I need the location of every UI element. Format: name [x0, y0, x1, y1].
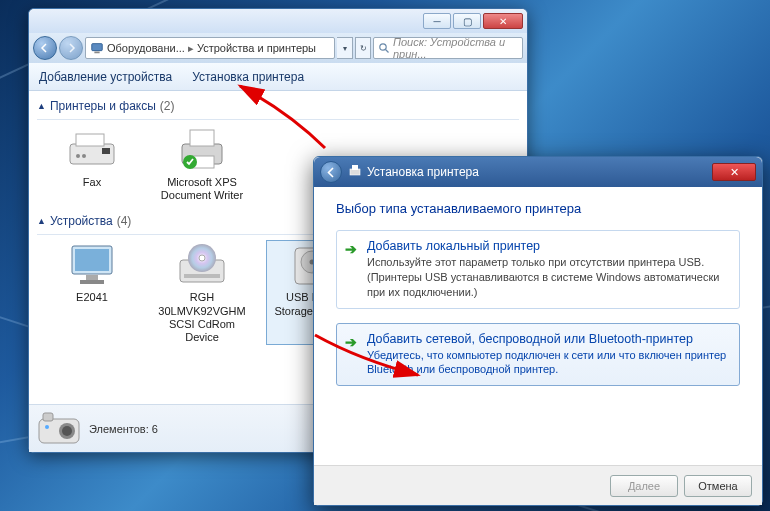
add-printer-wizard-window: Установка принтера ✕ Выбор типа устанавл…: [313, 156, 763, 506]
svg-rect-1: [94, 52, 99, 54]
option-title: Добавить сетевой, беспроводной или Bluet…: [367, 332, 729, 346]
svg-rect-0: [92, 44, 103, 51]
breadcrumb-part[interactable]: Оборудовани...: [107, 42, 185, 54]
svg-rect-5: [76, 134, 104, 146]
install-printer-button[interactable]: Установка принтера: [182, 63, 314, 90]
collapse-icon: ▲: [37, 216, 46, 226]
arrow-right-icon: [66, 43, 76, 53]
breadcrumb[interactable]: Оборудовани... ▸ Устройства и принтеры: [85, 37, 335, 59]
toolbar-label: Установка принтера: [192, 70, 304, 84]
device-label: RGH 30LMVK92VGHM SCSI CdRom Device: [157, 291, 247, 344]
search-input[interactable]: Поиск: Устройства и прин...: [373, 37, 523, 59]
svg-rect-15: [86, 275, 98, 280]
toolbar: Добавление устройства Установка принтера: [29, 63, 527, 91]
add-device-button[interactable]: Добавление устройства: [29, 63, 182, 90]
device-xps-writer[interactable]: Microsoft XPS Document Writer: [157, 126, 247, 202]
printer-icon: [348, 164, 362, 181]
svg-rect-18: [184, 274, 220, 278]
search-icon: [378, 42, 390, 54]
minimize-button[interactable]: ─: [423, 13, 451, 29]
close-button[interactable]: ✕: [483, 13, 523, 29]
monitor-icon: [64, 241, 120, 289]
svg-point-2: [380, 44, 386, 50]
option-add-network-printer[interactable]: ➔ Добавить сетевой, беспроводной или Blu…: [336, 323, 740, 387]
svg-point-20: [199, 255, 205, 261]
svg-rect-28: [43, 413, 53, 421]
fax-icon: [64, 126, 120, 174]
nav-back-button[interactable]: [33, 36, 57, 60]
svg-point-7: [76, 154, 80, 158]
printer-icon: [174, 126, 230, 174]
close-button[interactable]: ✕: [712, 163, 756, 181]
cancel-button[interactable]: Отмена: [684, 475, 752, 497]
svg-rect-10: [190, 130, 214, 146]
svg-rect-31: [352, 165, 358, 170]
address-bar: Оборудовани... ▸ Устройства и принтеры ▾…: [29, 33, 527, 63]
svg-point-8: [82, 154, 86, 158]
divider: [37, 119, 519, 120]
wizard-body: Выбор типа устанавливаемого принтера ➔ Д…: [314, 187, 762, 465]
breadcrumb-separator: ▸: [188, 42, 194, 55]
arrow-right-icon: ➔: [345, 241, 357, 257]
wizard-title: Установка принтера: [367, 165, 479, 179]
camera-icon: [37, 411, 81, 447]
group-label: Принтеры и факсы: [50, 99, 156, 113]
arrow-left-icon: [326, 167, 337, 178]
hardware-icon: [90, 41, 104, 55]
wizard-titlebar: Установка принтера ✕: [314, 157, 762, 187]
svg-point-29: [45, 425, 49, 429]
nav-forward-button[interactable]: [59, 36, 83, 60]
breadcrumb-part[interactable]: Устройства и принтеры: [197, 42, 316, 54]
arrow-left-icon: [40, 43, 50, 53]
svg-rect-14: [75, 249, 109, 271]
next-button[interactable]: Далее: [610, 475, 678, 497]
option-description: Убедитесь, что компьютер подключен к сет…: [367, 348, 729, 378]
device-cdrom[interactable]: RGH 30LMVK92VGHM SCSI CdRom Device: [157, 241, 247, 344]
option-description: Используйте этот параметр только при отс…: [367, 255, 729, 300]
device-label: E2041: [76, 291, 108, 304]
status-text: Элементов: 6: [89, 423, 158, 435]
wizard-back-button[interactable]: [320, 161, 342, 183]
svg-line-3: [386, 50, 389, 53]
arrow-right-icon: ➔: [345, 334, 357, 350]
option-add-local-printer[interactable]: ➔ Добавить локальный принтер Используйте…: [336, 230, 740, 309]
svg-point-27: [62, 426, 72, 436]
svg-rect-6: [102, 148, 110, 154]
device-monitor[interactable]: E2041: [47, 241, 137, 344]
wizard-heading: Выбор типа устанавливаемого принтера: [336, 201, 740, 216]
svg-rect-16: [80, 280, 104, 284]
option-title: Добавить локальный принтер: [367, 239, 729, 253]
group-count: (2): [160, 99, 175, 113]
address-history-button[interactable]: ▾: [337, 37, 353, 59]
device-label: Microsoft XPS Document Writer: [157, 176, 247, 202]
group-count: (4): [117, 214, 132, 228]
wizard-footer: Далее Отмена: [314, 465, 762, 505]
device-fax[interactable]: Fax: [47, 126, 137, 202]
window-titlebar: ─ ▢ ✕: [29, 9, 527, 33]
collapse-icon: ▲: [37, 101, 46, 111]
group-header-printers[interactable]: ▲ Принтеры и факсы (2): [37, 95, 519, 117]
group-label: Устройства: [50, 214, 113, 228]
maximize-button[interactable]: ▢: [453, 13, 481, 29]
refresh-button[interactable]: ↻: [355, 37, 371, 59]
device-label: Fax: [83, 176, 101, 189]
cd-drive-icon: [174, 241, 230, 289]
search-placeholder: Поиск: Устройства и прин...: [393, 37, 518, 59]
toolbar-label: Добавление устройства: [39, 70, 172, 84]
